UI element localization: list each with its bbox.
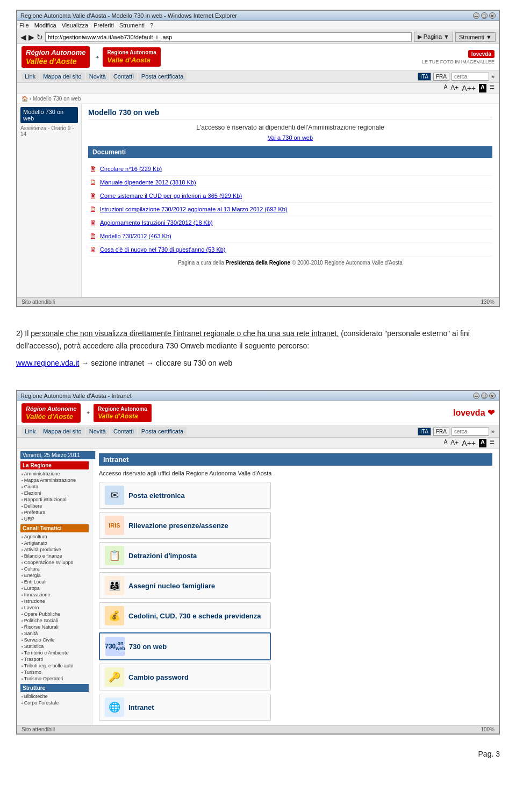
sidebar-item-lavoro[interactable]: Lavoro <box>20 604 89 611</box>
close-btn-2[interactable]: ✕ <box>489 393 496 399</box>
search-icon[interactable]: » <box>491 73 494 80</box>
text-medium-2[interactable]: A+ <box>450 439 458 447</box>
sidebar-item-delibere[interactable]: Delibere <box>20 503 89 509</box>
menu-visualizza[interactable]: Visualizza <box>62 22 88 29</box>
vai-730-link[interactable]: Vai a 730 on web <box>88 134 492 141</box>
menu-strumenti[interactable]: Strumenti <box>119 22 145 29</box>
go-icon[interactable]: ▶ Pagina ▼ <box>414 32 453 42</box>
text-small-2[interactable]: A <box>444 439 448 447</box>
sidebar-item-sanita[interactable]: Sanità <box>20 630 89 637</box>
contrast-btn-2[interactable]: A <box>479 439 486 447</box>
sidebar-item-cooperazione[interactable]: Cooperazione sviluppo <box>20 559 89 566</box>
rss-icon-2[interactable]: ☰ <box>490 439 494 447</box>
menu-modifica[interactable]: Modifica <box>34 22 56 29</box>
btn-intranet[interactable]: 🌐 Intranet <box>99 694 271 721</box>
sidebar-item-innovazione[interactable]: Innovazione <box>20 592 89 598</box>
address-bar-1[interactable] <box>45 32 412 42</box>
lang-ita[interactable]: ITA <box>418 73 431 81</box>
nav2-contatti[interactable]: Contatti <box>110 427 137 436</box>
nav-link[interactable]: Link <box>22 72 39 81</box>
close-btn[interactable]: ✕ <box>489 12 496 19</box>
nav-novita[interactable]: Novità <box>86 72 109 81</box>
sidebar-item-tributi[interactable]: Tributi reg. e bollo auto <box>20 663 89 669</box>
doc-link-1[interactable]: Manuale dipendente 2012 (3818 Kb) <box>100 179 196 186</box>
btn-assegni[interactable]: 👨‍👩‍👧 Assegni nucleo famigliare <box>99 572 271 599</box>
sidebar-item-artigianato[interactable]: Artigianato <box>20 540 89 546</box>
sidebar-item-biblioteche[interactable]: Biblioteche <box>20 693 89 700</box>
sidebar-item-giunta[interactable]: Giunta <box>20 483 89 490</box>
sidebar-item-trasporti[interactable]: Trasporti <box>20 656 89 663</box>
text-large[interactable]: A++ <box>462 84 476 92</box>
nav-contatti[interactable]: Contatti <box>110 72 137 81</box>
menu-help[interactable]: ? <box>150 22 153 29</box>
lang-fra-2[interactable]: FRA <box>433 428 449 436</box>
doc-link-3[interactable]: Istruzioni compilazione 730/2012 aggiorn… <box>100 206 288 212</box>
btn-detrazioni[interactable]: 📋 Detrazioni d'imposta <box>99 542 271 569</box>
sidebar-item-amministrazione[interactable]: Amministrazione <box>20 471 89 477</box>
doc-link-0[interactable]: Circolare n°16 (229 Kb) <box>100 166 162 172</box>
sidebar-item-politiche[interactable]: Politiche Sociali <box>20 617 89 624</box>
lang-ita-2[interactable]: ITA <box>418 428 431 436</box>
sidebar-item-prefettura[interactable]: Prefettura <box>20 509 89 516</box>
sidebar-item-territorio[interactable]: Territorio e Ambiente <box>20 650 89 656</box>
lang-fra[interactable]: FRA <box>433 73 449 81</box>
forward-icon[interactable]: ▶ <box>28 33 34 41</box>
btn-cambio[interactable]: 🔑 Cambio password <box>99 664 271 690</box>
doc-link-4[interactable]: Aggiornamento Istruzioni 730/2012 (18 Kb… <box>100 219 213 226</box>
text-small[interactable]: A <box>444 84 448 92</box>
tools-btn[interactable]: Strumenti ▼ <box>455 32 496 42</box>
sidebar-item-statistica[interactable]: Statistica <box>20 643 89 650</box>
sidebar-item-elezioni[interactable]: Elezioni <box>20 490 89 496</box>
vda-link[interactable]: www.regione.vda.it <box>16 359 80 367</box>
text-large-2[interactable]: A++ <box>462 439 476 447</box>
search-input-2[interactable] <box>452 428 489 436</box>
btn-cedolini[interactable]: 💰 Cedolini, CUD, 730 e scheda previdenza <box>99 602 271 629</box>
doc-link-6[interactable]: Cosa c'è di nuovo nel 730 di quest'anno … <box>100 246 226 253</box>
doc-link-2[interactable]: Come sistemare il CUD per gg inferiori a… <box>100 193 242 199</box>
minimize-btn-2[interactable]: ─ <box>473 393 479 399</box>
nav-mappa[interactable]: Mappa del sito <box>40 72 85 81</box>
btn-iris[interactable]: IRIS Rilevazione presenze/assenze <box>99 512 271 539</box>
search-input-1[interactable] <box>452 73 489 81</box>
sidebar-item-istruzione[interactable]: Istruzione <box>20 598 89 604</box>
contrast-btn[interactable]: A <box>479 84 486 92</box>
sidebar-item-rapporti[interactable]: Rapporti istituzionali <box>20 496 89 503</box>
maximize-btn[interactable]: □ <box>481 12 488 19</box>
refresh-icon[interactable]: ↻ <box>37 33 43 41</box>
nav2-posta[interactable]: Posta certificata <box>138 427 187 436</box>
sidebar-item-cultura[interactable]: Cultura <box>20 566 89 572</box>
sidebar-active-item[interactable]: Modello 730 on web <box>20 107 78 123</box>
sidebar-item-urp[interactable]: URP <box>20 516 89 522</box>
minimize-btn[interactable]: ─ <box>473 12 479 19</box>
maximize-btn-2[interactable]: □ <box>481 393 488 399</box>
sidebar-item-corpo[interactable]: Corpo Forestale <box>20 700 89 706</box>
sidebar-item-attivita[interactable]: Attività produttive <box>20 546 89 553</box>
sidebar-item-bilancio[interactable]: Bilancio e finanze <box>20 553 89 559</box>
sidebar-item-mappa-amm[interactable]: Mappa Amministrazione <box>20 477 89 483</box>
text-medium[interactable]: A+ <box>450 84 458 92</box>
btn-posta[interactable]: ✉ Posta elettronica <box>99 482 271 509</box>
rss-icon[interactable]: ☰ <box>490 84 494 92</box>
menu-preferiti[interactable]: Preferiti <box>94 22 114 29</box>
window-controls-2[interactable]: ─ □ ✕ <box>473 393 496 399</box>
btn-730[interactable]: 730on web 730 on web <box>99 632 271 660</box>
sidebar-item-turismo-op[interactable]: Turismo-Operatori <box>20 675 89 682</box>
sidebar-item-energia[interactable]: Energia <box>20 572 89 579</box>
nav2-link[interactable]: Link <box>22 427 39 436</box>
nav2-mappa[interactable]: Mappa del sito <box>40 427 85 436</box>
back-icon[interactable]: ◀ <box>20 33 26 41</box>
sidebar-item-enti[interactable]: Enti Locali <box>20 579 89 585</box>
sidebar-item-servizio[interactable]: Servizio Civile <box>20 637 89 643</box>
sidebar-item-agricoltura[interactable]: Agricoltura <box>20 533 89 540</box>
nav-posta[interactable]: Posta certificata <box>138 72 187 81</box>
breadcrumb: 🏠 › Modello 730 on web <box>17 94 499 104</box>
sidebar-item-opere[interactable]: Opere Pubbliche <box>20 611 89 617</box>
doc-link-5[interactable]: Modello 730/2012 (463 Kb) <box>100 233 171 239</box>
sidebar-item-turismo[interactable]: Turismo <box>20 669 89 675</box>
sidebar-item-risorse[interactable]: Risorse Naturali <box>20 624 89 630</box>
nav2-novita[interactable]: Novità <box>86 427 109 436</box>
sidebar-item-europa[interactable]: Europa <box>20 585 89 592</box>
window-controls[interactable]: ─ □ ✕ <box>473 12 496 19</box>
menu-file[interactable]: File <box>19 22 29 29</box>
search-icon-2[interactable]: » <box>491 428 494 435</box>
